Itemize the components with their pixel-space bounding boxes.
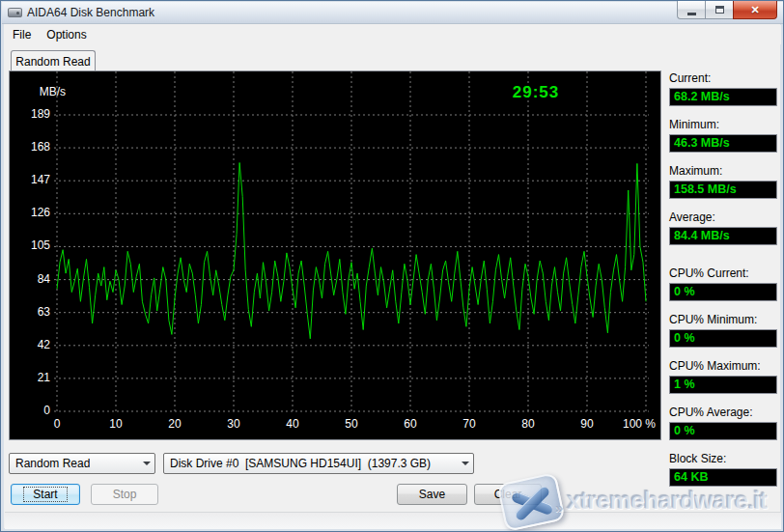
hdd-icon [8, 8, 22, 17]
y-tick: 42 [10, 338, 50, 351]
elapsed-time: 29:53 [492, 83, 579, 102]
stat-label: Maximum: [669, 164, 777, 180]
watermark: » xtremehardware.it [499, 476, 779, 531]
chevrons-icon: » [555, 499, 563, 516]
stat-value: 158.5 MB/s [669, 181, 777, 199]
window-controls: ✕ [677, 1, 777, 19]
y-tick: 168 [10, 140, 50, 154]
minimize-button[interactable] [677, 1, 705, 19]
close-button[interactable]: ✕ [733, 1, 777, 19]
menubar: File Options [5, 25, 781, 44]
close-icon: ✕ [750, 4, 759, 16]
stat-minimum: Minimum: 46.3 MB/s [669, 118, 777, 153]
drive-select-value: Disk Drive #0 [SAMSUNG HD154UI] (1397.3 … [170, 457, 431, 470]
stat-cpu-minimum: CPU% Minimum: 0 % [669, 313, 777, 348]
y-tick: 0 [10, 404, 50, 417]
x-tick: 90 [568, 417, 606, 431]
minimize-icon [687, 13, 696, 15]
start-button-label: Start [23, 487, 67, 502]
y-tick: 126 [10, 206, 50, 219]
stat-value: 0 % [669, 422, 777, 440]
stat-value: 68.2 MB/s [669, 88, 777, 106]
x-tick: 40 [273, 417, 312, 431]
x-tick: 30 [214, 417, 253, 431]
stat-label: CPU% Minimum: [669, 313, 777, 328]
save-button[interactable]: Save [397, 484, 467, 505]
x-tick: 0 [38, 417, 76, 431]
y-tick: 84 [10, 272, 50, 286]
stat-cpu-average: CPU% Average: 0 % [669, 406, 777, 440]
stat-average: Average: 84.4 MB/s [669, 210, 777, 245]
x-tick: 100 % [618, 417, 660, 431]
benchmark-type-value: Random Read [15, 457, 90, 470]
stat-label: Minimum: [669, 118, 777, 133]
menu-item-file[interactable]: File [5, 26, 39, 43]
stat-label: CPU% Average: [669, 406, 777, 421]
benchmark-chart: MB/s 29:53 189 168 147 126 105 84 63 42 … [9, 70, 661, 440]
x-tick: 50 [332, 417, 371, 431]
stat-value: 84.4 MB/s [669, 227, 777, 245]
y-tick: 105 [10, 238, 50, 252]
chevron-down-icon [457, 462, 473, 465]
x-tick: 20 [155, 417, 194, 431]
stat-cpu-maximum: CPU% Maximum: 1 % [669, 359, 777, 394]
stat-value: 0 % [669, 329, 777, 348]
start-button[interactable]: Start [11, 484, 80, 505]
stat-label: Average: [669, 210, 777, 226]
window-title: AIDA64 Disk Benchmark [27, 6, 154, 19]
stat-current: Current: 68.2 MB/s [669, 71, 777, 106]
menu-item-options[interactable]: Options [39, 26, 94, 43]
watermark-text: xtremehardware.it [567, 486, 767, 516]
drive-select[interactable]: Disk Drive #0 [SAMSUNG HD154UI] (1397.3 … [163, 453, 474, 474]
stat-label: CPU% Maximum: [669, 359, 777, 375]
stat-value: 1 % [669, 376, 777, 394]
stat-value: 46.3 MB/s [669, 134, 777, 153]
stat-value: 0 % [669, 283, 777, 301]
app-window: AIDA64 Disk Benchmark ✕ File Options Ran… [0, 0, 784, 532]
stat-maximum: Maximum: 158.5 MB/s [669, 164, 777, 199]
x-tick: 10 [97, 417, 135, 431]
stat-cpu-current: CPU% Current: 0 % [669, 266, 777, 301]
chevron-down-icon [138, 462, 154, 465]
titlebar: AIDA64 Disk Benchmark [2, 2, 784, 24]
stop-button-label: Stop [113, 488, 137, 501]
y-axis-unit: MB/s [27, 85, 66, 98]
stat-label: Current: [669, 71, 777, 87]
chart-canvas [10, 71, 660, 439]
maximize-icon [715, 6, 724, 14]
y-tick: 63 [10, 305, 50, 319]
benchmark-type-select[interactable]: Random Read [9, 453, 155, 474]
stop-button: Stop [91, 484, 158, 505]
tab-random-read[interactable]: Random Read [11, 50, 96, 71]
x-tick: 80 [509, 417, 547, 431]
y-tick: 189 [10, 107, 50, 121]
y-tick: 21 [10, 371, 50, 384]
y-tick: 147 [10, 173, 50, 186]
stat-label: CPU% Current: [669, 266, 777, 282]
save-button-label: Save [419, 488, 445, 501]
tab-label: Random Read [15, 55, 90, 69]
x-tick: 70 [450, 417, 489, 431]
maximize-button[interactable] [705, 1, 733, 19]
x-tick: 60 [391, 417, 430, 431]
stat-label: Block Size: [669, 452, 777, 467]
